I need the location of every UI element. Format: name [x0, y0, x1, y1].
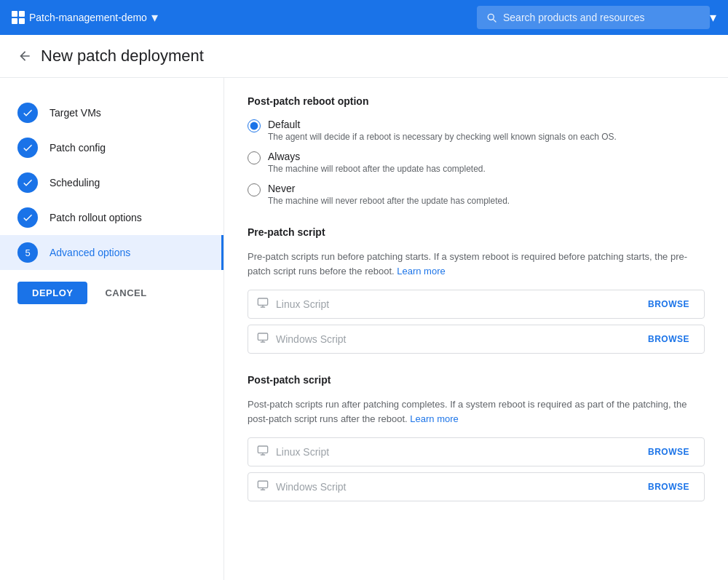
step-badge-4 [17, 207, 38, 228]
radio-always[interactable] [248, 151, 261, 164]
step-badge-2 [17, 138, 38, 158]
pre-patch-linux-placeholder: Linux Script [276, 298, 635, 310]
svg-rect-1 [258, 333, 267, 340]
step-badge-1 [17, 103, 38, 123]
sidebar-label-scheduling: Scheduling [50, 177, 100, 188]
search-placeholder: Search products and resources [503, 12, 645, 23]
pre-patch-learn-more[interactable]: Learn more [397, 266, 445, 277]
radio-default-label: Default [268, 119, 617, 130]
radio-never-desc: The machine will never reboot after the … [268, 196, 510, 206]
page-title: New patch deployment [41, 47, 204, 65]
sidebar-item-patch-config[interactable]: Patch config [0, 130, 223, 165]
action-buttons: DEPLOY CANCEL [0, 270, 223, 316]
cancel-button[interactable]: CANCEL [99, 282, 152, 304]
post-patch-description: Post-patch scripts run after patching co… [248, 397, 705, 426]
windows-script-icon [257, 332, 269, 346]
pre-patch-section: Pre-patch script Pre-patch scripts run b… [248, 226, 705, 354]
post-patch-section: Post-patch script Post-patch scripts run… [248, 374, 705, 501]
sidebar-item-scheduling[interactable]: Scheduling [0, 165, 223, 200]
sidebar-label-advanced-options: Advanced options [50, 247, 130, 258]
content-area: Post-patch reboot option Default The age… [224, 78, 728, 580]
pre-patch-windows-placeholder: Windows Script [276, 333, 635, 345]
sidebar: Target VMs Patch config Scheduling Patch… [0, 78, 224, 580]
post-patch-linux-placeholder: Linux Script [276, 446, 635, 458]
pre-patch-windows-input-row: Windows Script BROWSE [248, 325, 705, 354]
reboot-section: Post-patch reboot option Default The age… [248, 95, 705, 206]
sidebar-item-patch-rollout[interactable]: Patch rollout options [0, 200, 223, 235]
reboot-section-title: Post-patch reboot option [248, 95, 705, 107]
post-linux-script-icon [257, 445, 269, 459]
sidebar-label-patch-rollout: Patch rollout options [50, 212, 142, 223]
post-patch-learn-more[interactable]: Learn more [410, 413, 458, 424]
radio-option-never: Never The machine will never reboot afte… [248, 183, 705, 206]
post-windows-script-icon [257, 480, 269, 494]
radio-option-always: Always The machine will reboot after the… [248, 151, 705, 174]
post-patch-title: Post-patch script [248, 374, 705, 386]
pre-patch-linux-input-row: Linux Script BROWSE [248, 290, 705, 319]
main-layout: Target VMs Patch config Scheduling Patch… [0, 78, 728, 580]
google-cloud-icon [12, 11, 25, 24]
sidebar-item-target-vms[interactable]: Target VMs [0, 95, 223, 130]
deploy-button[interactable]: DEPLOY [17, 282, 87, 304]
radio-option-default: Default The agent will decide if a reboo… [248, 119, 705, 142]
radio-always-desc: The machine will reboot after the update… [268, 164, 486, 174]
post-patch-linux-input-row: Linux Script BROWSE [248, 437, 705, 466]
top-navigation: Patch-management-demo ▾ Search products … [0, 0, 728, 35]
post-patch-windows-placeholder: Windows Script [276, 481, 635, 493]
nav-dropdown-icon[interactable]: ▾ [710, 9, 716, 25]
sidebar-label-target-vms: Target VMs [50, 107, 101, 119]
reboot-radio-group: Default The agent will decide if a reboo… [248, 119, 705, 206]
pre-patch-linux-browse-button[interactable]: BROWSE [642, 296, 695, 312]
search-icon [486, 12, 497, 23]
pre-patch-description: Pre-patch scripts run before patching st… [248, 250, 705, 278]
sidebar-item-advanced-options[interactable]: 5 Advanced options [0, 235, 223, 270]
sidebar-label-patch-config: Patch config [50, 142, 106, 154]
radio-never[interactable] [248, 183, 261, 196]
pre-patch-title: Pre-patch script [248, 226, 705, 238]
linux-script-icon [257, 297, 269, 311]
svg-rect-2 [258, 446, 267, 453]
search-bar[interactable]: Search products and resources [477, 6, 710, 29]
radio-default[interactable] [248, 119, 261, 132]
step-badge-3 [17, 172, 38, 193]
pre-patch-windows-browse-button[interactable]: BROWSE [642, 331, 695, 347]
post-patch-linux-browse-button[interactable]: BROWSE [642, 444, 695, 460]
project-dropdown-icon: ▾ [151, 9, 158, 25]
svg-rect-3 [258, 481, 267, 488]
svg-rect-0 [258, 298, 267, 305]
project-selector[interactable]: Patch-management-demo ▾ [12, 9, 158, 25]
page-header: New patch deployment [0, 35, 728, 78]
step-badge-5: 5 [17, 242, 38, 263]
project-name: Patch-management-demo [29, 12, 147, 23]
post-patch-windows-input-row: Windows Script BROWSE [248, 472, 705, 501]
radio-default-desc: The agent will decide if a reboot is nec… [268, 132, 617, 142]
radio-always-label: Always [268, 151, 486, 162]
back-button[interactable] [17, 49, 32, 63]
radio-never-label: Never [268, 183, 510, 194]
post-patch-windows-browse-button[interactable]: BROWSE [642, 479, 695, 495]
